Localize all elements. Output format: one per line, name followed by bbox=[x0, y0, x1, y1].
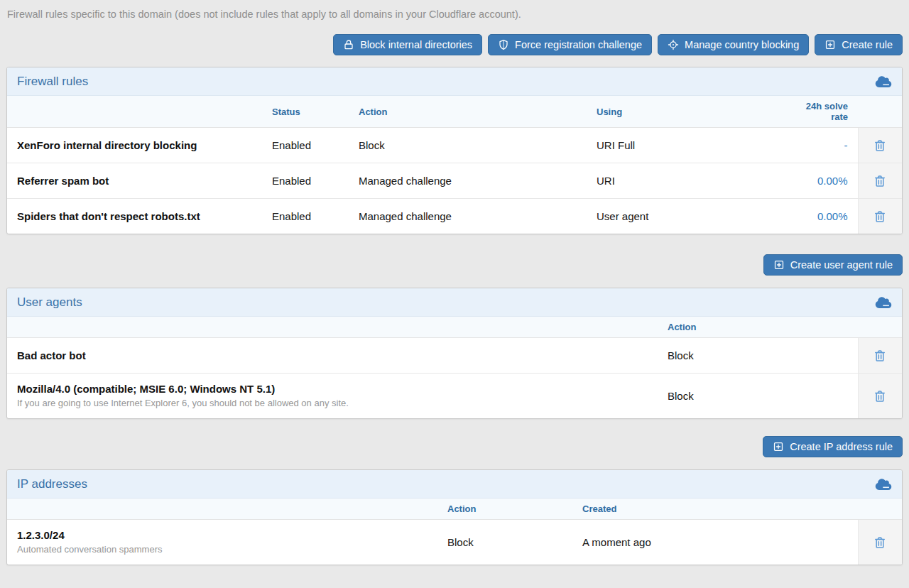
ip-address-action: Block bbox=[437, 520, 572, 565]
col-solve-rate: 24h solve rate bbox=[784, 96, 858, 128]
firewall-rules-panel-header: Firewall rules bbox=[7, 67, 902, 96]
rule-status: Enabled bbox=[262, 163, 349, 199]
create-user-agent-rule-button[interactable]: Create user agent rule bbox=[763, 254, 903, 276]
rule-using: User agent bbox=[587, 199, 784, 234]
ip-addresses-table: Action Created 1.2.3.0/24 Automated conv… bbox=[7, 499, 902, 565]
force-registration-challenge-button[interactable]: Force registration challenge bbox=[488, 34, 652, 55]
rule-name: Referrer spam bot bbox=[7, 163, 262, 199]
col-status: Status bbox=[262, 96, 349, 128]
trash-icon bbox=[873, 138, 887, 153]
user-agent-row: Mozilla/4.0 (compatible; MSIE 6.0; Windo… bbox=[7, 374, 902, 419]
rule-using: URI Full bbox=[587, 128, 784, 163]
ip-addresses-header-row: Action Created bbox=[7, 499, 902, 520]
panel-title: Firewall rules bbox=[17, 75, 88, 89]
col-using: Using bbox=[587, 96, 784, 128]
button-label: Create rule bbox=[842, 39, 893, 50]
block-internal-directories-button[interactable]: Block internal directories bbox=[333, 34, 482, 55]
user-agents-header-row: Action bbox=[7, 317, 902, 338]
rule-action: Managed challenge bbox=[349, 163, 587, 199]
delete-ip-address-button[interactable] bbox=[870, 533, 890, 552]
toolbar: Block internal directories Force registr… bbox=[6, 34, 903, 55]
delete-rule-button[interactable] bbox=[870, 171, 890, 191]
firewall-rules-table: Status Action Using 24h solve rate XenFo… bbox=[7, 96, 902, 234]
create-ip-address-rule-button[interactable]: Create IP address rule bbox=[763, 436, 903, 457]
col-created: Created bbox=[572, 499, 858, 520]
ip-addresses-panel-header: IP addresses bbox=[7, 470, 902, 499]
user-agents-panel: User agents Action Bad actor bot Block M… bbox=[6, 288, 903, 419]
trash-icon bbox=[873, 535, 887, 550]
panel-title: User agents bbox=[17, 295, 82, 310]
solve-rate-link[interactable]: 0.00% bbox=[817, 175, 848, 187]
cloudflare-icon bbox=[875, 478, 892, 491]
ip-address-name: 1.2.3.0/24 bbox=[17, 529, 428, 541]
button-label: Create user agent rule bbox=[790, 259, 893, 271]
user-agent-name: Mozilla/4.0 (compatible; MSIE 6.0; Windo… bbox=[17, 383, 648, 395]
delete-user-agent-button[interactable] bbox=[870, 346, 890, 366]
delete-user-agent-button[interactable] bbox=[870, 386, 890, 406]
button-label: Force registration challenge bbox=[515, 39, 642, 50]
cloudflare-icon bbox=[875, 75, 892, 88]
rule-action: Block bbox=[349, 128, 587, 163]
col-action: Action bbox=[437, 499, 572, 520]
user-agent-action: Block bbox=[658, 338, 858, 374]
page-description: Firewall rules specific to this domain (… bbox=[7, 7, 903, 21]
firewall-rules-header-row: Status Action Using 24h solve rate bbox=[7, 96, 902, 128]
rule-status: Enabled bbox=[262, 199, 349, 234]
trash-icon bbox=[873, 174, 887, 188]
button-label: Block internal directories bbox=[360, 39, 472, 50]
lock-icon bbox=[343, 39, 354, 50]
plus-square-icon bbox=[824, 39, 836, 50]
user-agent-name: Bad actor bot bbox=[7, 338, 658, 374]
shield-icon bbox=[498, 39, 509, 50]
trash-icon bbox=[873, 389, 887, 403]
user-agent-toolbar: Create user agent rule bbox=[6, 254, 903, 276]
user-agents-table: Action Bad actor bot Block Mozilla/4.0 (… bbox=[7, 317, 902, 418]
rule-status: Enabled bbox=[262, 128, 349, 163]
button-label: Manage country blocking bbox=[685, 39, 799, 50]
cloudflare-icon bbox=[875, 296, 892, 309]
solve-rate-link[interactable]: - bbox=[844, 139, 848, 151]
delete-rule-button[interactable] bbox=[870, 136, 890, 156]
rule-using: URI bbox=[587, 163, 784, 199]
crosshair-icon bbox=[668, 39, 679, 50]
manage-country-blocking-button[interactable]: Manage country blocking bbox=[658, 34, 809, 55]
plus-square-icon bbox=[773, 441, 784, 452]
firewall-rule-row: XenForo internal directory blocking Enab… bbox=[7, 128, 902, 163]
rule-name: Spiders that don't respect robots.txt bbox=[7, 199, 262, 234]
ip-address-note: Automated conversation spammers bbox=[17, 543, 428, 555]
user-agent-note: If you are going to use Internet Explore… bbox=[17, 397, 648, 409]
trash-icon bbox=[873, 209, 887, 224]
ip-address-created: A moment ago bbox=[572, 520, 858, 565]
user-agent-row: Bad actor bot Block bbox=[7, 338, 902, 374]
rule-action: Managed challenge bbox=[349, 199, 587, 234]
solve-rate-link[interactable]: 0.00% bbox=[817, 210, 848, 222]
user-agents-panel-header: User agents bbox=[7, 288, 902, 317]
ip-address-toolbar: Create IP address rule bbox=[6, 436, 903, 457]
panel-title: IP addresses bbox=[17, 477, 87, 491]
trash-icon bbox=[873, 349, 887, 363]
firewall-rule-row: Spiders that don't respect robots.txt En… bbox=[7, 199, 902, 234]
col-action: Action bbox=[658, 317, 858, 338]
plus-square-icon bbox=[773, 259, 785, 271]
delete-rule-button[interactable] bbox=[870, 207, 890, 227]
user-agent-action: Block bbox=[658, 374, 858, 419]
create-rule-button[interactable]: Create rule bbox=[815, 34, 903, 55]
firewall-rules-panel: Firewall rules Status Action Using 24h s… bbox=[6, 67, 903, 234]
firewall-rule-row: Referrer spam bot Enabled Managed challe… bbox=[7, 163, 902, 199]
button-label: Create IP address rule bbox=[790, 441, 893, 452]
rule-name: XenForo internal directory blocking bbox=[7, 128, 262, 163]
ip-addresses-panel: IP addresses Action Created 1.2.3.0/24 A… bbox=[6, 469, 903, 565]
ip-address-row: 1.2.3.0/24 Automated conversation spamme… bbox=[7, 520, 902, 565]
col-action: Action bbox=[349, 96, 587, 128]
